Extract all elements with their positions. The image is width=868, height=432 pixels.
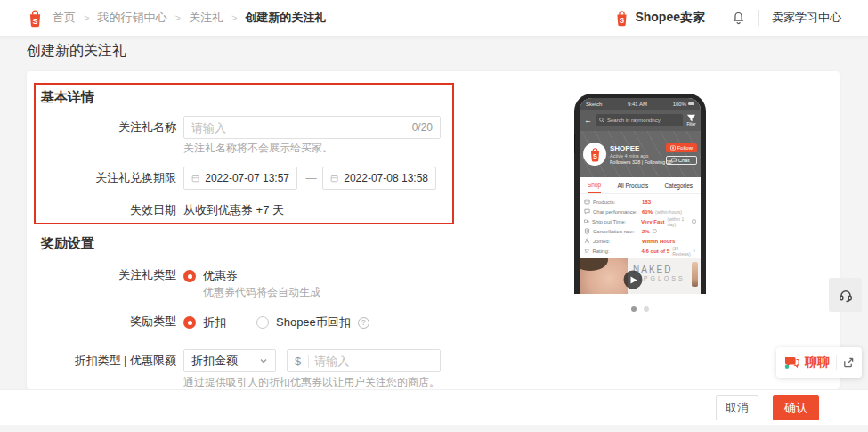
seller-learning-center-link[interactable]: 卖家学习中心 — [772, 10, 841, 26]
carousel-dot-active[interactable] — [631, 306, 637, 312]
discount-radio-selected[interactable] — [183, 316, 196, 329]
gift-name-helper-text: 关注礼名称将不会展示给买家。 — [183, 141, 333, 156]
voucher-helper-text: 优惠券代码将会自动生成 — [203, 285, 320, 300]
breadcrumb-follow-prize[interactable]: 关注礼 — [189, 10, 223, 26]
stat-row-products: Products: 183 — [584, 197, 696, 207]
divider — [836, 355, 837, 370]
chat-performance-icon — [584, 208, 590, 215]
chat-widget[interactable]: 聊聊 — [776, 347, 862, 378]
breadcrumb-home[interactable]: 首页 — [53, 10, 76, 26]
shop-chat-button[interactable]: Chat — [666, 156, 697, 165]
discount-option-label[interactable]: 折扣 — [203, 314, 226, 330]
shop-header: S SHOPEE Active 4 mins ago Followers 328… — [580, 131, 701, 177]
period-end-value: 2022-07-08 13:58 — [344, 172, 428, 184]
filter-label: Filter — [687, 122, 696, 126]
stat-row-rating: Rating: 4.6 out of 5 (34 Reviews) › — [584, 246, 696, 256]
truck-icon — [584, 218, 589, 224]
voucher-radio-selected[interactable] — [183, 270, 196, 282]
banner-lipgloss-tube — [692, 262, 698, 287]
filter-icon[interactable]: Filter — [686, 114, 696, 126]
discount-amount-field[interactable] — [314, 355, 433, 368]
chat-bubbles-icon — [783, 355, 799, 370]
breadcrumb: 首页 > 我的行销中心 > 关注礼 > 创建新的关注礼 — [53, 10, 326, 26]
currency-symbol: $ — [295, 355, 309, 368]
back-arrow-icon[interactable]: ← — [584, 116, 592, 125]
shopee-bag-icon: S — [614, 10, 629, 27]
shop-banner-image[interactable]: NAKED LIPGLOSS — [580, 258, 701, 294]
phone-screen: Sketch 9:41 AM 100% ← Search in raymondn… — [580, 98, 701, 294]
discount-type-label: 折扣类型 | 优惠限额 — [34, 349, 176, 372]
period-end-input[interactable]: 2022-07-08 13:58 — [322, 167, 436, 190]
phone-search-row: ← Search in raymondncy Filter — [580, 110, 701, 131]
reward-settings-section-title: 奖励设置 — [41, 235, 94, 252]
svg-text:S: S — [593, 152, 597, 160]
redeem-period-label: 关注礼兑换期限 — [34, 167, 176, 190]
shop-tabs: Shop All Products Categories — [580, 177, 701, 194]
expire-date-value: 从收到优惠券 +7 天 — [183, 202, 284, 218]
char-counter: 0/20 — [412, 121, 433, 134]
gift-name-input-field[interactable] — [191, 121, 407, 134]
shop-active-status: Active 4 mins ago — [610, 153, 662, 159]
shop-name: SHOPEE — [610, 144, 662, 152]
stat-row-chat-performance: Chat performance: 60% (within hours) — [584, 207, 696, 216]
period-start-input[interactable]: 2022-07-07 13:57 — [183, 167, 297, 190]
support-headset-button[interactable] — [829, 278, 862, 312]
shop-avatar[interactable]: S — [583, 143, 606, 166]
discount-type-select[interactable]: 折扣金额 — [183, 349, 276, 372]
star-icon — [584, 248, 589, 254]
divider — [758, 10, 759, 26]
shop-followers: Followers 328 | Following 18 — [610, 159, 662, 165]
chevron-down-icon — [259, 356, 268, 365]
breadcrumb-current-page: 创建新的关注礼 — [245, 10, 326, 26]
user-icon — [584, 238, 590, 244]
play-button[interactable] — [623, 271, 642, 289]
confirm-button[interactable]: 确认 — [773, 395, 819, 420]
chevron-right-icon[interactable]: › — [693, 247, 695, 255]
period-start-value: 2022-07-07 13:57 — [205, 172, 289, 184]
chevron-separator-icon: > — [174, 12, 180, 23]
stat-row-shipout-time: Ship out Time: Very Fast (within 1 day) — [584, 216, 696, 226]
notification-bell-icon[interactable] — [731, 11, 746, 26]
svg-text:S: S — [620, 16, 625, 24]
follow-button[interactable]: Follow — [666, 143, 697, 152]
follow-button-label: Follow — [677, 145, 693, 151]
divider — [718, 10, 718, 26]
carousel-dots — [631, 306, 649, 312]
carrier-label: Sketch — [586, 102, 602, 107]
voucher-option-label[interactable]: 优惠券 — [203, 268, 238, 284]
coins-radio-unselected[interactable] — [256, 316, 269, 329]
help-icon[interactable]: ? — [358, 317, 369, 329]
stat-row-cancellation-rate: Cancellation rate: 2% — [584, 226, 696, 236]
chat-widget-label: 聊聊 — [805, 355, 830, 371]
top-navigation-bar: S 首页 > 我的行销中心 > 关注礼 > 创建新的关注礼 S Shopee卖家… — [0, 0, 868, 37]
search-icon — [599, 118, 604, 123]
expire-date-label: 失效日期 — [34, 202, 176, 218]
shopee-seller-label: Shopee卖家 — [635, 10, 705, 26]
tab-shop[interactable]: Shop — [588, 177, 601, 193]
coins-option-label[interactable]: Shopee币回扣 — [276, 314, 351, 330]
svg-text:S: S — [32, 16, 37, 25]
gift-name-label: 关注礼名称 — [34, 116, 176, 139]
shopee-seller-brand[interactable]: S Shopee卖家 — [614, 10, 705, 27]
date-range-dash: — — [300, 167, 322, 190]
battery-icon — [688, 102, 694, 106]
headset-icon — [838, 287, 854, 303]
chat-icon — [671, 158, 677, 163]
breadcrumb-marketing-center[interactable]: 我的行销中心 — [97, 10, 166, 26]
chevron-separator-icon: > — [84, 12, 89, 23]
stat-row-joined: Joined: Within Hours — [584, 236, 696, 246]
discount-amount-input[interactable]: $ — [287, 349, 441, 372]
tab-categories[interactable]: Categories — [665, 178, 693, 193]
cancel-button[interactable]: 取消 — [716, 395, 758, 420]
calendar-icon — [330, 173, 338, 183]
shop-search-input[interactable]: Search in raymondncy — [596, 114, 683, 126]
expand-chat-icon[interactable] — [842, 356, 855, 369]
carousel-dot[interactable] — [644, 306, 649, 312]
discount-type-selected-value: 折扣金额 — [191, 353, 238, 369]
battery-percent: 100% — [673, 102, 686, 107]
phone-preview: Sketch 9:41 AM 100% ← Search in raymondn… — [574, 94, 706, 294]
basic-details-section-title: 基本详情 — [41, 89, 94, 106]
gift-name-input[interactable]: 0/20 — [183, 116, 441, 139]
shopee-logo-icon[interactable]: S — [27, 9, 44, 28]
tab-all-products[interactable]: All Products — [618, 178, 649, 193]
